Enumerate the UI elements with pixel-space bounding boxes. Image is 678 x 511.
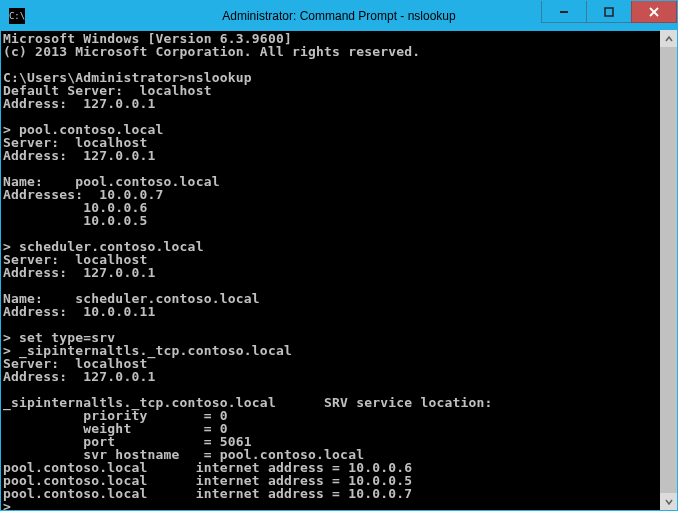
minimize-icon [559, 7, 569, 17]
svg-rect-1 [605, 8, 613, 16]
chevron-up-icon [665, 35, 673, 43]
scroll-up-button[interactable] [660, 30, 677, 47]
titlebar[interactable]: C:\ Administrator: Command Prompt - nslo… [1, 1, 677, 31]
caption-buttons [542, 1, 677, 23]
scrollbar-track[interactable] [660, 47, 677, 493]
maximize-icon [604, 7, 614, 17]
maximize-button[interactable] [586, 1, 632, 23]
terminal-output[interactable]: Microsoft Windows [Version 6.3.9600] (c)… [1, 31, 677, 510]
close-icon [649, 7, 659, 17]
scroll-down-button[interactable] [660, 493, 677, 510]
vertical-scrollbar[interactable] [660, 30, 677, 510]
chevron-down-icon [665, 498, 673, 506]
close-button[interactable] [631, 1, 677, 23]
minimize-button[interactable] [541, 1, 587, 23]
app-icon: C:\ [9, 8, 25, 24]
command-prompt-window: C:\ Administrator: Command Prompt - nslo… [0, 0, 678, 511]
scrollbar-thumb[interactable] [660, 47, 677, 493]
